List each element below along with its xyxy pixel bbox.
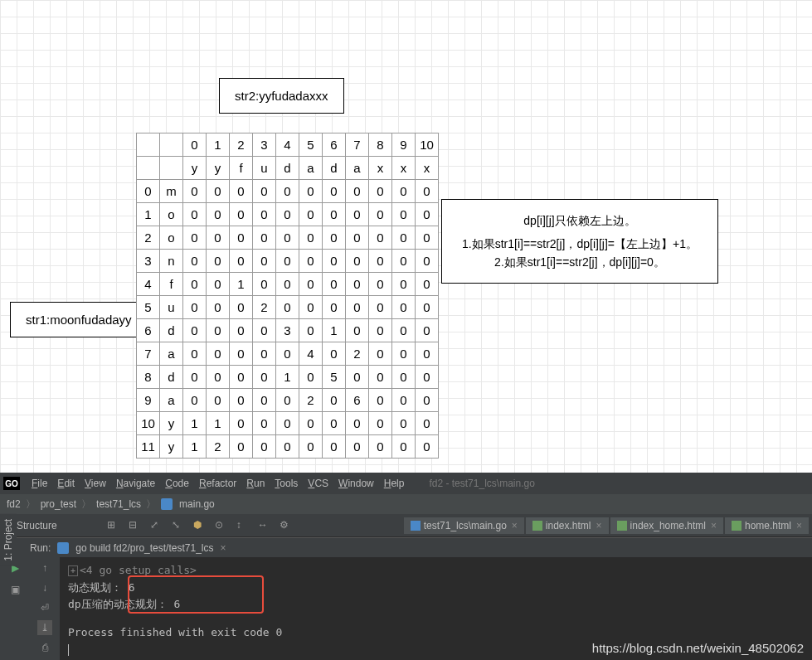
dp-cell: 2 [253,296,276,319]
sort-icon[interactable]: ⊞ [107,519,120,532]
menu-refactor[interactable]: Refactor [194,476,241,491]
dp-cell: 0 [276,342,299,366]
row-index: 0 [137,180,160,203]
filter-icon[interactable]: ⊟ [129,519,142,532]
row-index: 7 [137,342,160,366]
folder-icon[interactable]: ▣ [7,582,22,597]
dp-cell: 0 [323,273,346,296]
menu-edit[interactable]: Edit [52,476,80,491]
tab-label: home.html [745,520,791,531]
col-index: 0 [183,133,207,157]
dp-cell: 0 [276,250,299,273]
dp-cell: 0 [416,342,439,366]
breadcrumb-item[interactable]: fd2 [7,498,21,510]
dp-cell: 0 [207,250,230,273]
pin-icon[interactable]: ⊙ [215,519,228,532]
chevron-right-icon: 〉 [81,497,91,512]
dp-cell: 0 [253,273,276,296]
dp-cell: 0 [276,412,299,435]
col-index: 3 [253,133,276,157]
dp-cell: 0 [369,180,392,203]
menu-navigate[interactable]: Navigate [111,476,160,491]
dp-cell: 0 [253,412,276,435]
col-index: 2 [230,133,253,157]
dp-cell: 0 [392,342,416,366]
dp-cell: 0 [323,203,346,226]
row-char: d [160,319,183,342]
dp-cell: 0 [253,366,276,389]
dp-cell: 0 [369,273,392,296]
menu-help[interactable]: Help [379,476,410,491]
col-index: 1 [207,133,230,157]
dp-cell: 0 [253,250,276,273]
tab-label: index_home.html [630,520,706,531]
editor-tab[interactable]: index_home.html× [610,517,723,534]
dp-cell: 0 [369,250,392,273]
dp-cell: 0 [416,435,439,459]
close-tab-icon[interactable]: × [596,520,602,531]
row-index: 6 [137,319,160,342]
dp-cell: 0 [346,296,369,319]
dp-cell: 0 [346,435,369,459]
dp-cell: 0 [369,435,392,459]
dp-cell: 0 [369,296,392,319]
collapse-icon[interactable]: ⤡ [172,519,185,532]
scroll-from-icon[interactable]: ↔ [258,519,271,532]
run-side-gutter: ▶ ▣ [0,557,30,660]
dp-cell: 0 [323,226,346,250]
up-arrow-icon[interactable]: ↑ [37,561,52,575]
dp-cell: 0 [230,319,253,342]
close-tab-icon[interactable]: × [512,520,518,531]
dp-cell: 0 [276,435,299,459]
html-file-icon [732,521,741,531]
close-tab-icon[interactable]: × [711,520,717,531]
menu-vcs[interactable]: VCS [303,476,333,491]
structure-label[interactable]: Structure [17,520,57,531]
dp-cell: 0 [253,226,276,250]
console-toolbar: ↑ ↓ ⏎ ⤓ ⎙ [30,557,60,660]
breadcrumb-item[interactable]: pro_test [41,498,76,510]
menu-bar: FileEditViewNavigateCodeRefactorRunTools… [0,473,812,494]
menu-tools[interactable]: Tools [270,476,303,491]
dp-cell: 0 [276,203,299,226]
dp-cell: 0 [416,296,439,319]
explanation-box: dp[i][j]只依赖左上边。 1.如果str1[i]==str2[j]，dp[… [441,199,718,284]
dp-cell: 0 [230,226,253,250]
menu-view[interactable]: View [80,476,111,491]
dp-cell: 0 [299,203,323,226]
close-tab-icon[interactable]: × [796,520,802,531]
expand-icon[interactable]: ⤢ [150,519,163,532]
row-char: o [160,226,183,250]
dp-cell: 0 [207,203,230,226]
menu-file[interactable]: File [27,476,52,491]
run-config-name[interactable]: go build fd2/pro_test/test71_lcs [75,542,213,554]
settings-icon[interactable]: ⚙ [280,519,293,532]
menu-run[interactable]: Run [241,476,270,491]
close-run-icon[interactable]: × [220,542,226,554]
row-index: 3 [137,250,160,273]
dp-table: 012345678910yyfudadaxxx0m000000000001o00… [136,133,439,459]
editor-tab[interactable]: test71_lcs\main.go× [404,517,524,534]
menu-window[interactable]: Window [333,476,379,491]
print-icon[interactable]: ⎙ [37,640,52,655]
struct-icon[interactable]: ⬢ [193,519,207,532]
editor-tab[interactable]: home.html× [725,517,809,534]
editor-tabs: test71_lcs\main.go×index.html×index_home… [404,514,812,537]
dp-cell: 0 [207,342,230,366]
dp-cell: 0 [416,319,439,342]
down-arrow-icon[interactable]: ↓ [37,580,52,595]
scroll-end-icon[interactable]: ⤓ [37,620,52,635]
editor-tab[interactable]: index.html× [526,517,609,534]
breadcrumb-item[interactable]: main.go [179,498,215,510]
menu-code[interactable]: Code [160,476,194,491]
project-side-tab[interactable]: 1: Project [0,514,17,566]
col-char: d [323,157,346,180]
soft-wrap-icon[interactable]: ⏎ [37,600,52,615]
scroll-to-icon[interactable]: ↕ [236,519,250,532]
run-label: Run: [30,542,51,554]
col-char: a [299,157,323,180]
breadcrumb-item[interactable]: test71_lcs [96,498,141,510]
dp-cell: 0 [230,296,253,319]
row-char: a [160,342,183,366]
dp-cell: 0 [392,203,416,226]
